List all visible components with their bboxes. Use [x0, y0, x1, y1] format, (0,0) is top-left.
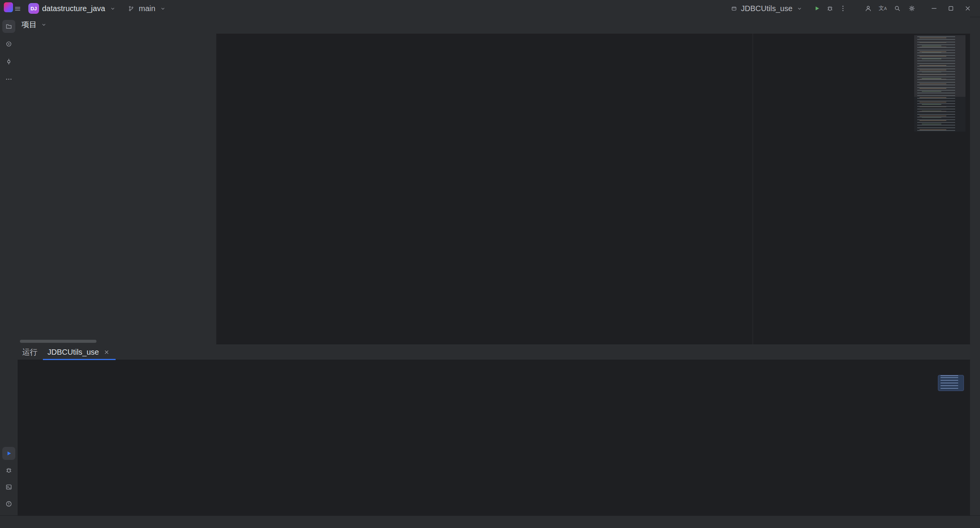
editor-tab-bar — [216, 17, 970, 34]
right-margin-guide — [753, 34, 753, 344]
debug-tool[interactable] — [2, 464, 15, 477]
problems-tool[interactable] — [2, 497, 15, 510]
run-tab-jdbcutils-use[interactable]: JDBCUtils_use — [43, 345, 116, 360]
project-panel: 项目 — [18, 17, 217, 344]
run-tab-bar: 运行 JDBCUtils_use — [18, 344, 970, 360]
editor-zone — [216, 17, 970, 344]
intellij-idea-window: DJ datastructure_java main JDBCUtils_use… — [0, 0, 980, 528]
commit-icon — [4, 57, 13, 66]
terminal-icon — [4, 482, 13, 492]
terminal-tool[interactable] — [2, 481, 15, 494]
bug-icon — [4, 466, 13, 475]
console-scroll-preview — [938, 375, 964, 391]
run-tool[interactable] — [2, 447, 15, 460]
profile-icon[interactable] — [864, 4, 873, 13]
project-panel-header[interactable]: 项目 — [18, 17, 216, 32]
debug-button-icon[interactable] — [825, 4, 835, 13]
project-tree — [18, 33, 216, 339]
editor[interactable] — [216, 34, 970, 344]
console-toolbar — [18, 360, 970, 374]
run-config-name: JDBCUtils_use — [741, 4, 792, 13]
console-output[interactable] — [38, 374, 969, 493]
branch-icon — [127, 4, 136, 13]
more-tools[interactable] — [2, 73, 15, 86]
run-config-widget[interactable]: JDBCUtils_use — [727, 2, 807, 15]
bookmarks-icon — [4, 39, 13, 49]
search-everywhere-icon[interactable] — [893, 4, 902, 13]
run-panel: 运行 JDBCUtils_use — [18, 344, 970, 516]
left-tool-strip — [0, 17, 18, 516]
play-blue-icon — [4, 449, 13, 458]
idea-logo-icon[interactable] — [4, 3, 13, 12]
chevron-down-icon — [158, 4, 168, 13]
run-tool-label: 运行 — [22, 347, 38, 357]
maximize-window-icon[interactable] — [942, 0, 959, 17]
minimap[interactable] — [914, 35, 965, 132]
chevron-down-icon — [39, 20, 48, 29]
project-widget[interactable]: DJ datastructure_java — [25, 2, 121, 15]
branch-name: main — [139, 4, 155, 13]
project-avatar: DJ — [28, 3, 39, 14]
run-tab-label: JDBCUtils_use — [47, 348, 99, 357]
console-side-toolbar — [18, 374, 36, 516]
project-tool-icon — [4, 22, 13, 31]
chevron-down-icon — [795, 4, 804, 13]
settings-icon[interactable] — [907, 4, 916, 13]
project-panel-title: 项目 — [21, 20, 37, 30]
console-area[interactable] — [18, 373, 970, 516]
project-tool[interactable] — [2, 20, 15, 33]
run-button-icon[interactable] — [812, 4, 822, 13]
project-name: datastructure_java — [42, 4, 105, 13]
more-run-actions-icon[interactable] — [838, 4, 848, 13]
bookmarks-tool[interactable] — [2, 37, 15, 51]
minimap-viewport[interactable] — [914, 35, 965, 97]
branch-widget[interactable]: main — [124, 2, 171, 15]
close-window-icon[interactable] — [959, 0, 976, 17]
close-icon[interactable] — [102, 347, 111, 357]
more-h-icon — [4, 75, 13, 84]
minimize-window-icon[interactable] — [926, 0, 942, 17]
chevron-down-icon — [108, 4, 118, 13]
commit-tool[interactable] — [2, 55, 15, 68]
title-bar: DJ datastructure_java main JDBCUtils_use… — [0, 0, 980, 17]
project-hscrollbar[interactable] — [20, 340, 96, 343]
window-icon — [730, 4, 739, 13]
main-menu-icon[interactable] — [13, 4, 22, 13]
problems-icon — [4, 499, 13, 508]
status-bar — [0, 515, 980, 528]
translate-icon[interactable]: 文A — [878, 4, 887, 13]
